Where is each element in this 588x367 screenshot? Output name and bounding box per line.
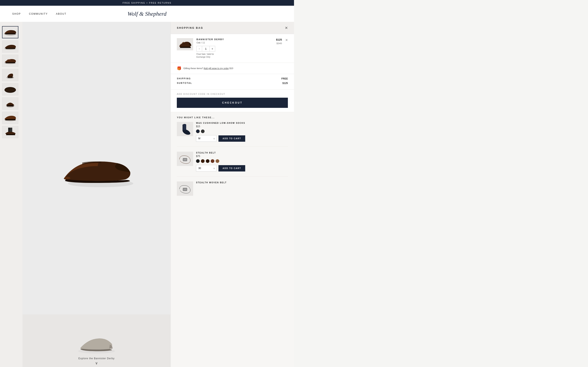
belt-swatch-tan[interactable] xyxy=(216,159,219,163)
recommendation-item-2: STEALTH BELT $75 28 30 xyxy=(177,152,288,176)
shipping-label: SHIPPING xyxy=(177,77,191,80)
rec-woven-belt-details: STEALTH WOVEN BELT xyxy=(196,182,288,184)
price-original: $349 xyxy=(277,42,282,45)
size-select-wrapper-belt: 28 30 32 34 36 38 40 xyxy=(196,165,216,171)
cart-item-name: BANNISTER DERBY xyxy=(196,38,273,41)
quantity-value: 1 xyxy=(202,46,209,52)
cart-item-image xyxy=(177,38,193,50)
belt-swatch-brown3[interactable] xyxy=(211,159,214,163)
announcement-bar: FREE SHIPPING + FREE RETURNS xyxy=(0,0,294,6)
svg-rect-1 xyxy=(5,33,16,34)
size-select-belt[interactable]: 28 30 32 34 36 38 40 xyxy=(196,165,216,171)
recommendations-title: YOU MIGHT LIKE THESE... xyxy=(177,116,288,119)
cart-item: BANNISTER DERBY Oak / 11 - 1 + Final Sal… xyxy=(171,34,294,63)
add-belt-to-cart-button[interactable]: ADD TO CART xyxy=(218,165,245,171)
nav-community[interactable]: COMMUNITY xyxy=(29,12,48,15)
svg-rect-26 xyxy=(180,47,191,48)
rec-socks-details: W&S CUSHIONED LOW-SHOW SOCKS $15 S M L xyxy=(196,122,288,142)
bag-title: SHOPPING BAG xyxy=(177,26,203,29)
product-image-bottom: Explore the Bannister Derby ∨ xyxy=(22,314,171,367)
svg-rect-12 xyxy=(7,105,13,106)
rec-belt-name: STEALTH BELT xyxy=(196,152,288,154)
rec-socks-name: W&S CUSHIONED LOW-SHOW SOCKS xyxy=(196,122,288,124)
thumbnail-7[interactable] xyxy=(2,112,18,124)
discount-label: ADD DISCOUNT CODE IN CHECKOUT xyxy=(177,93,288,95)
swatch-navy[interactable] xyxy=(196,129,200,133)
add-gift-wrap-link[interactable]: Add gift wrap to my order xyxy=(204,67,229,69)
chevron-down-icon: ∨ xyxy=(78,361,114,365)
nav-shop[interactable]: SHOP xyxy=(12,12,21,15)
remove-item-button[interactable]: ✕ xyxy=(285,38,288,42)
subtotal-value: $125 xyxy=(282,82,288,85)
main-layout: Explore the Bannister Derby ∨ SHOPPING B… xyxy=(0,22,294,367)
quantity-control: - 1 + xyxy=(196,46,273,52)
order-summary: SHIPPING FREE SUBTOTAL $125 xyxy=(171,74,294,90)
rec-socks-controls: S M L XL ADD TO CART xyxy=(196,135,288,142)
belt-swatch-brown2[interactable] xyxy=(206,159,209,163)
thumbnail-2[interactable] xyxy=(2,40,18,53)
belt-swatch-brown1[interactable] xyxy=(201,159,205,163)
bag-header: SHOPPING BAG ✕ xyxy=(171,22,294,34)
rec-socks-swatches xyxy=(196,129,288,133)
svg-rect-7 xyxy=(8,77,13,78)
svg-rect-5 xyxy=(6,62,15,63)
nav-about[interactable]: ABOUT xyxy=(56,12,66,15)
main-product-image xyxy=(22,22,171,314)
site-logo[interactable]: Wolf & Shepherd xyxy=(128,11,167,17)
cart-item-price: $125 $349 xyxy=(276,38,282,45)
svg-rect-16 xyxy=(10,128,12,132)
svg-rect-14 xyxy=(5,119,16,120)
recommendations-section: YOU MIGHT LIKE THESE... W&S CUSHIONED LO… xyxy=(171,112,294,210)
subtotal-row: SUBTOTAL $125 xyxy=(177,82,288,85)
thumbnail-list xyxy=(0,22,22,367)
gift-section: 🎁 Gifting these items? Add gift wrap to … xyxy=(171,63,294,74)
thumbnail-3[interactable] xyxy=(2,55,18,67)
belt-swatch-black[interactable] xyxy=(196,159,200,163)
checkout-section: ADD DISCOUNT CODE IN CHECKOUT CHECKOUT xyxy=(171,90,294,112)
quantity-increase-button[interactable]: + xyxy=(209,46,215,52)
svg-rect-3 xyxy=(6,48,15,49)
thumbnail-8[interactable] xyxy=(2,126,18,138)
shipping-row: SHIPPING FREE xyxy=(177,77,288,80)
thumbnail-4[interactable] xyxy=(2,69,18,81)
rec-woven-belt-image xyxy=(177,182,193,196)
close-bag-button[interactable]: ✕ xyxy=(285,26,288,30)
gift-text: Gifting these items? Add gift wrap to my… xyxy=(183,67,233,69)
recommendation-item-1: W&S CUSHIONED LOW-SHOW SOCKS $15 S M L xyxy=(177,122,288,147)
gift-price: $10 xyxy=(229,67,233,69)
final-sale-note: Final Sale: Valid forExchange Only xyxy=(196,53,273,58)
rec-socks-price: $15 xyxy=(196,125,288,128)
rec-belt-image xyxy=(177,152,193,166)
header: SHOP COMMUNITY ABOUT Wolf & Shepherd xyxy=(0,6,294,22)
rec-woven-belt-name: STEALTH WOVEN BELT xyxy=(196,182,288,184)
explore-text: Explore the Bannister Derby ∨ xyxy=(78,357,114,365)
size-select-socks[interactable]: S M L XL xyxy=(196,135,216,142)
recommendation-item-3: STEALTH WOVEN BELT xyxy=(177,182,288,201)
quantity-decrease-button[interactable]: - xyxy=(196,46,202,52)
product-image-area: Explore the Bannister Derby ∨ xyxy=(22,22,171,367)
thumbnail-1[interactable] xyxy=(2,26,18,38)
product-section: Explore the Bannister Derby ∨ xyxy=(0,22,171,367)
svg-rect-15 xyxy=(8,128,10,132)
gift-icon: 🎁 xyxy=(177,66,181,71)
cart-item-variant: Oak / 11 xyxy=(196,42,273,44)
rec-socks-image xyxy=(177,122,193,136)
cart-item-details: BANNISTER DERBY Oak / 11 - 1 + Final Sal… xyxy=(196,38,273,58)
rec-belt-details: STEALTH BELT $75 28 30 xyxy=(196,152,288,171)
size-select-wrapper-socks: S M L XL xyxy=(196,135,216,142)
rec-belt-price: $75 xyxy=(196,155,288,158)
checkout-button[interactable]: CHECKOUT xyxy=(177,98,288,108)
rec-belt-swatches xyxy=(196,159,288,163)
announcement-text: FREE SHIPPING + FREE RETURNS xyxy=(122,2,171,4)
svg-rect-17 xyxy=(6,134,15,135)
shipping-value: FREE xyxy=(281,77,288,80)
price-current: $125 xyxy=(276,38,282,41)
swatch-black[interactable] xyxy=(201,129,205,133)
add-socks-to-cart-button[interactable]: ADD TO CART xyxy=(218,135,245,142)
rec-belt-controls: 28 30 32 34 36 38 40 ADD TO CART xyxy=(196,165,288,171)
thumbnail-5[interactable] xyxy=(2,83,18,95)
subtotal-label: SUBTOTAL xyxy=(177,82,192,85)
thumbnail-6[interactable] xyxy=(2,98,18,110)
shopping-bag-panel: SHOPPING BAG ✕ BANNISTER DERBY Oak / 11 … xyxy=(171,22,294,367)
